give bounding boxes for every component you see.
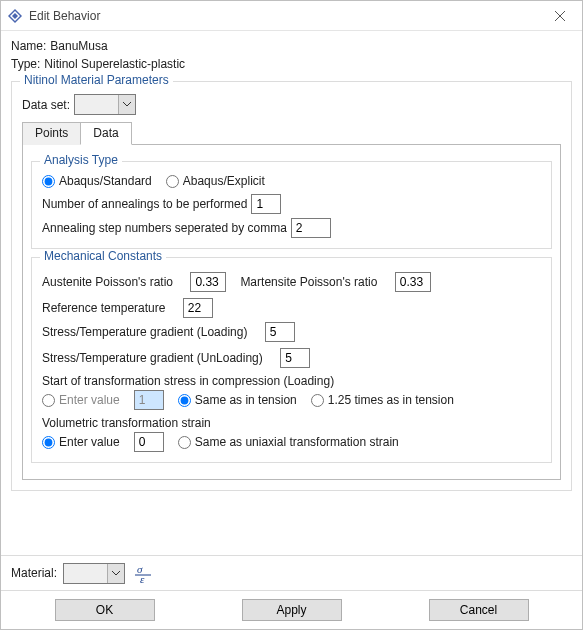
grad-unload-label: Stress/Temperature gradient (UnLoading) [42, 351, 263, 365]
radio-soc-same-input[interactable] [178, 394, 191, 407]
cancel-button[interactable]: Cancel [429, 599, 529, 621]
grad-load-label: Stress/Temperature gradient (Loading) [42, 325, 247, 339]
analysis-type-legend: Analysis Type [40, 153, 122, 167]
radio-soc-125[interactable]: 1.25 times as in tension [311, 393, 454, 407]
stress-strain-icon[interactable]: σ ε [131, 562, 155, 584]
dataset-label: Data set: [22, 98, 70, 112]
window-title: Edit Behavior [29, 9, 100, 23]
aust-input[interactable] [190, 272, 226, 292]
anneal-count-label: Number of annealings to be performed [42, 197, 247, 211]
tab-data[interactable]: Data [80, 122, 131, 145]
mart-input[interactable] [395, 272, 431, 292]
anneal-count-input[interactable] [251, 194, 281, 214]
grad-unload-input[interactable] [280, 348, 310, 368]
nitinol-params-legend: Nitinol Material Parameters [20, 73, 173, 87]
radio-vts-same-input[interactable] [178, 436, 191, 449]
radio-vts-enter-input[interactable] [42, 436, 55, 449]
svg-text:ε: ε [140, 573, 145, 583]
chevron-down-icon [107, 564, 124, 583]
tab-points[interactable]: Points [22, 122, 81, 145]
reft-label: Reference temperature [42, 301, 165, 315]
apply-button[interactable]: Apply [242, 599, 342, 621]
radio-abaqus-explicit-label: Abaqus/Explicit [183, 174, 265, 188]
radio-abaqus-standard-label: Abaqus/Standard [59, 174, 152, 188]
ok-button[interactable]: OK [55, 599, 155, 621]
vts-enter-input[interactable] [134, 432, 164, 452]
radio-abaqus-explicit[interactable]: Abaqus/Explicit [166, 174, 265, 188]
name-value: BanuMusa [50, 39, 107, 53]
vts-header: Volumetric transformation strain [42, 416, 211, 430]
chevron-down-icon [118, 95, 135, 114]
tab-data-body: Analysis Type Abaqus/Standard Abaqus/Exp… [22, 145, 561, 480]
app-icon [7, 8, 23, 24]
radio-soc-same[interactable]: Same as in tension [178, 393, 297, 407]
button-bar: OK Apply Cancel [1, 590, 582, 629]
titlebar: Edit Behavior [1, 1, 582, 31]
mech-constants-legend: Mechanical Constants [40, 249, 166, 263]
close-button[interactable] [538, 1, 582, 31]
radio-abaqus-standard[interactable]: Abaqus/Standard [42, 174, 152, 188]
radio-soc-enter-label: Enter value [59, 393, 120, 407]
material-combo[interactable] [63, 563, 125, 584]
type-label: Type: [11, 57, 40, 71]
type-value: Nitinol Superelastic-plastic [44, 57, 185, 71]
radio-soc-125-input[interactable] [311, 394, 324, 407]
name-label: Name: [11, 39, 46, 53]
mart-label: Martensite Poisson's ratio [240, 275, 377, 289]
dialog-content: Name: BanuMusa Type: Nitinol Superelasti… [1, 31, 582, 555]
anneal-steps-input[interactable] [291, 218, 331, 238]
reft-input[interactable] [183, 298, 213, 318]
close-icon [555, 11, 565, 21]
material-label: Material: [11, 566, 57, 580]
mech-constants-group: Mechanical Constants Austenite Poisson's… [31, 257, 552, 463]
tabs: Points Data [22, 121, 561, 145]
radio-soc-enter[interactable]: Enter value [42, 393, 120, 407]
soc-enter-input[interactable] [134, 390, 164, 410]
radio-soc-same-label: Same as in tension [195, 393, 297, 407]
radio-vts-enter-label: Enter value [59, 435, 120, 449]
radio-abaqus-standard-input[interactable] [42, 175, 55, 188]
aust-label: Austenite Poisson's ratio [42, 275, 173, 289]
radio-soc-125-label: 1.25 times as in tension [328, 393, 454, 407]
soc-header: Start of transformation stress in compre… [42, 374, 334, 388]
radio-vts-same-label: Same as uniaxial transformation strain [195, 435, 399, 449]
radio-vts-enter[interactable]: Enter value [42, 435, 120, 449]
anneal-steps-label: Annealing step numbers seperated by comm… [42, 221, 287, 235]
nitinol-params-group: Nitinol Material Parameters Data set: Po… [11, 81, 572, 491]
radio-soc-enter-input[interactable] [42, 394, 55, 407]
material-bar: Material: σ ε [1, 555, 582, 590]
dataset-combo[interactable] [74, 94, 136, 115]
radio-abaqus-explicit-input[interactable] [166, 175, 179, 188]
grad-load-input[interactable] [265, 322, 295, 342]
analysis-type-group: Analysis Type Abaqus/Standard Abaqus/Exp… [31, 161, 552, 249]
radio-vts-same[interactable]: Same as uniaxial transformation strain [178, 435, 399, 449]
